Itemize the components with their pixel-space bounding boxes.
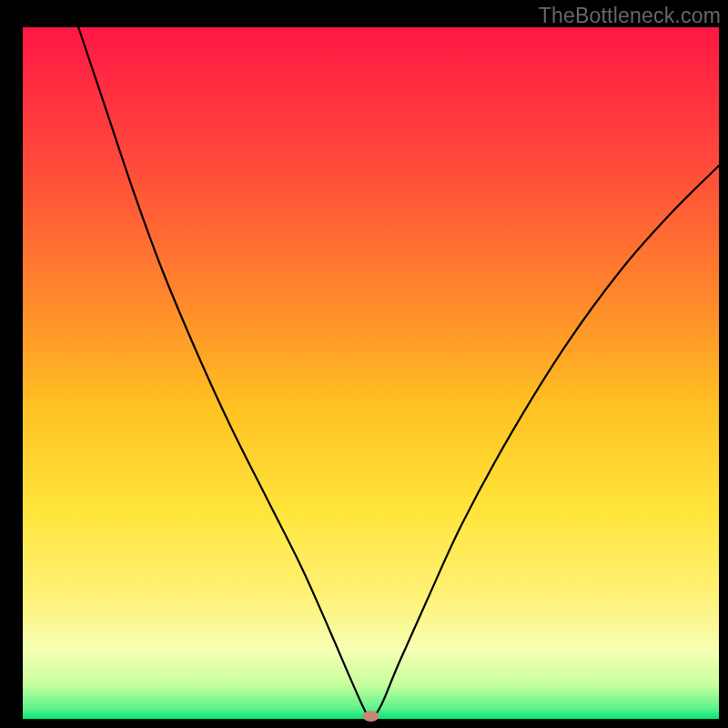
bottleneck-chart: [0, 0, 728, 728]
chart-gradient-background: [23, 27, 719, 719]
watermark: TheBottleneck.com: [539, 4, 721, 28]
chart-canvas: TheBottleneck.com: [0, 0, 728, 728]
vertex-marker: [363, 711, 379, 722]
